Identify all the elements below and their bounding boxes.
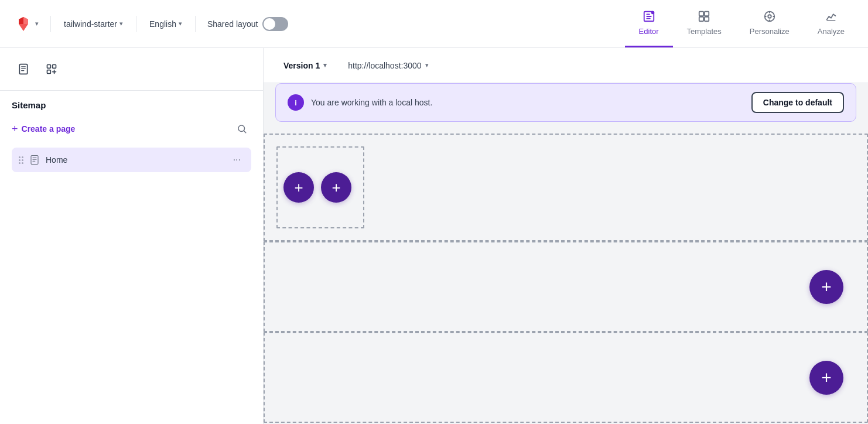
tab-templates-label: Templates [687, 27, 722, 36]
editor-icon [643, 10, 655, 25]
sidebar-grid-icon-btn[interactable] [40, 57, 63, 81]
personalize-icon [763, 10, 776, 25]
add-section-button-2[interactable]: + [809, 270, 843, 304]
tab-templates[interactable]: Templates [673, 0, 736, 47]
svg-rect-10 [53, 65, 56, 69]
project-dropdown[interactable]: tailwind-starter ▾ [58, 16, 129, 32]
notification-message: You are working with a local host. [311, 98, 744, 107]
nav-tabs: Editor Templates [625, 0, 859, 47]
tab-editor-label: Editor [639, 27, 659, 36]
notification-banner: i You are working with a local host. Cha… [275, 83, 856, 122]
version-label: Version 1 [283, 61, 320, 70]
toggle-knob [264, 18, 275, 30]
project-name: tailwind-starter [64, 19, 117, 29]
svg-rect-5 [705, 17, 709, 21]
canvas-section-2: + [264, 241, 868, 332]
sitemap-label: Sitemap [12, 100, 251, 110]
canvas-section-1: + + [264, 134, 868, 241]
add-section-button-1b[interactable]: + [321, 172, 351, 203]
search-button[interactable] [233, 119, 251, 138]
version-selector[interactable]: Version 1 ▾ [278, 57, 333, 74]
logo-icon [14, 15, 33, 33]
canvas: + + + + [264, 134, 868, 423]
svg-rect-4 [699, 17, 703, 21]
analyze-icon [825, 10, 838, 25]
content-area: Version 1 ▾ http://localhost:3000 ▾ i Yo… [264, 48, 868, 424]
sidebar-toolbar [0, 48, 263, 91]
url-chevron-icon: ▾ [425, 61, 429, 69]
create-page-label: Create a page [22, 124, 76, 134]
page-name-home: Home [46, 155, 224, 165]
sidebar-body: Sitemap + Create a page [0, 91, 263, 182]
svg-rect-2 [699, 12, 703, 16]
tab-analyze[interactable]: Analyze [804, 0, 859, 47]
tab-personalize-label: Personalize [750, 27, 790, 36]
svg-rect-3 [705, 12, 709, 16]
svg-rect-9 [47, 65, 51, 69]
main-layout: Sitemap + Create a page [0, 48, 868, 424]
page-icon [18, 63, 29, 75]
page-more-button[interactable]: ··· [230, 153, 244, 166]
inner-section-block: + + [276, 146, 364, 228]
nav-left: ▾ tailwind-starter ▾ English ▾ Shared la… [9, 12, 625, 36]
nav-separator-2 [136, 16, 136, 32]
svg-rect-13 [31, 156, 38, 165]
logo-chevron-icon: ▾ [35, 20, 39, 28]
shared-layout-label: Shared layout [207, 19, 258, 29]
info-icon: i [288, 94, 304, 111]
language-chevron-icon: ▾ [179, 20, 182, 28]
top-nav: ▾ tailwind-starter ▾ English ▾ Shared la… [0, 0, 868, 48]
templates-icon [698, 10, 710, 25]
canvas-section-3: + [264, 332, 868, 423]
nav-separator-3 [195, 16, 196, 32]
search-icon [237, 124, 247, 134]
page-item-home[interactable]: Home ··· [12, 148, 251, 172]
language-label: English [149, 19, 176, 29]
nav-separator-1 [50, 16, 51, 32]
shared-layout-toggle[interactable] [262, 17, 288, 31]
drag-handle[interactable] [19, 156, 23, 164]
grid-icon [46, 63, 57, 75]
change-to-default-button[interactable]: Change to default [751, 92, 844, 113]
project-chevron-icon: ▾ [119, 20, 123, 28]
version-chevron-icon: ▾ [323, 61, 327, 69]
tab-editor[interactable]: Editor [625, 0, 673, 47]
svg-rect-8 [19, 64, 27, 74]
url-label: http://localhost:3000 [348, 61, 421, 70]
svg-rect-11 [47, 70, 51, 74]
sidebar-page-icon-btn[interactable] [12, 57, 35, 81]
page-file-icon [29, 155, 40, 165]
create-page-button[interactable]: + Create a page [12, 123, 75, 135]
tab-personalize[interactable]: Personalize [736, 0, 804, 47]
shared-layout-control: Shared layout [207, 17, 288, 31]
create-page-row: + Create a page [12, 119, 251, 138]
language-dropdown[interactable]: English ▾ [143, 16, 188, 32]
sidebar: Sitemap + Create a page [0, 48, 264, 424]
add-section-button-1a[interactable]: + [283, 172, 314, 203]
add-section-button-3[interactable]: + [809, 361, 843, 395]
tab-analyze-label: Analyze [818, 27, 845, 36]
create-page-plus: + [12, 123, 18, 135]
svg-point-7 [768, 15, 771, 18]
svg-point-1 [651, 11, 654, 15]
url-selector[interactable]: http://localhost:3000 ▾ [342, 57, 434, 74]
version-bar: Version 1 ▾ http://localhost:3000 ▾ [264, 48, 868, 83]
logo-button[interactable]: ▾ [9, 12, 43, 36]
